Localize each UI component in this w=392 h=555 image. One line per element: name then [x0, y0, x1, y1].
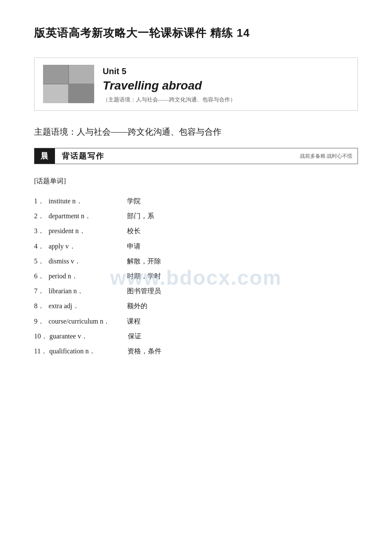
vocab-item: 7．librarian n．图书管理员: [34, 283, 358, 298]
vocab-num: 1．: [34, 194, 47, 208]
vocab-item: 9．course/curriculum n．课程: [34, 314, 358, 329]
vocab-num: 5．: [34, 254, 47, 269]
unit-number: Unit 5: [103, 66, 236, 76]
vocab-section-label: [话题单词]: [34, 177, 358, 186]
vocab-word: guarantee v．: [49, 329, 126, 344]
vocab-meaning: 解散，开除: [127, 254, 161, 269]
vocab-item: 6．period n．时期，学时: [34, 269, 358, 283]
section-header: 晨 背话题写作 战前多备粮 战时心不慌: [34, 148, 358, 164]
section-motto: 战前多备粮 战时心不慌: [300, 153, 352, 160]
unit-theme-small: （主题语境：人与社会——跨文化沟通、包容与合作）: [103, 96, 236, 104]
unit-image-cell-3: [43, 84, 68, 103]
vocab-word: apply v．: [49, 239, 125, 254]
unit-image-cell-4: [69, 84, 94, 103]
vocab-meaning: 部门，系: [127, 208, 154, 223]
section-tag: 晨: [35, 148, 55, 164]
section-title: 背话题写作: [55, 148, 111, 164]
vocab-meaning: 学院: [127, 194, 141, 208]
vocab-meaning: 申请: [127, 239, 141, 254]
vocab-item: 1．institute n．学院: [34, 194, 358, 208]
vocab-word: department n．: [49, 208, 125, 223]
vocab-meaning: 保证: [128, 329, 141, 344]
vocab-meaning: 校长: [127, 223, 141, 238]
vocab-num: 8．: [34, 298, 47, 313]
unit-text: Unit 5 Travelling abroad （主题语境：人与社会——跨文化…: [103, 65, 236, 104]
main-title: 版英语高考新攻略大一轮课标课件 精练 14: [34, 26, 358, 40]
vocab-num: 3．: [34, 223, 47, 238]
vocab-meaning: 图书管理员: [127, 283, 161, 298]
vocab-meaning: 额外的: [127, 298, 147, 313]
vocab-item: 8．extra adj．额外的: [34, 298, 358, 313]
vocab-word: qualification n．: [49, 344, 126, 358]
vocab-meaning: 资格，条件: [127, 344, 161, 358]
vocab-word: president n．: [49, 223, 125, 238]
vocab-word: extra adj．: [49, 298, 125, 313]
vocab-word: dismiss v．: [49, 254, 125, 269]
unit-box: Unit 5 Travelling abroad （主题语境：人与社会——跨文化…: [34, 58, 358, 111]
vocab-num: 7．: [34, 283, 47, 298]
vocab-num: 11．: [34, 344, 47, 358]
vocab-item: 3．president n．校长: [34, 223, 358, 238]
vocab-meaning: 时期，学时: [127, 269, 161, 283]
vocab-num: 9．: [34, 314, 47, 329]
vocab-num: 4．: [34, 239, 47, 254]
vocab-item: 11．qualification n．资格，条件: [34, 344, 358, 358]
vocab-word: period n．: [49, 269, 125, 283]
vocab-item: 5．dismiss v．解散，开除: [34, 254, 358, 269]
vocab-item: 10．guarantee v．保证: [34, 329, 358, 344]
theme-line: 主题语境：人与社会——跨文化沟通、包容与合作: [34, 126, 358, 138]
vocab-item: 4．apply v．申请: [34, 239, 358, 254]
unit-image-cell-2: [69, 65, 94, 84]
unit-image-cell-1: [43, 65, 68, 84]
vocab-word: institute n．: [49, 194, 125, 208]
vocab-num: 2．: [34, 208, 47, 223]
vocab-meaning: 课程: [127, 314, 141, 329]
unit-image: [43, 65, 94, 103]
vocab-num: 6．: [34, 269, 47, 283]
vocab-word: librarian n．: [49, 283, 125, 298]
unit-name: Travelling abroad: [103, 79, 236, 92]
vocab-item: 2．department n．部门，系: [34, 208, 358, 223]
vocab-list: 1．institute n．学院2．department n．部门，系3．pre…: [34, 194, 358, 358]
vocab-num: 10．: [34, 329, 48, 344]
vocab-word: course/curriculum n．: [49, 314, 125, 329]
